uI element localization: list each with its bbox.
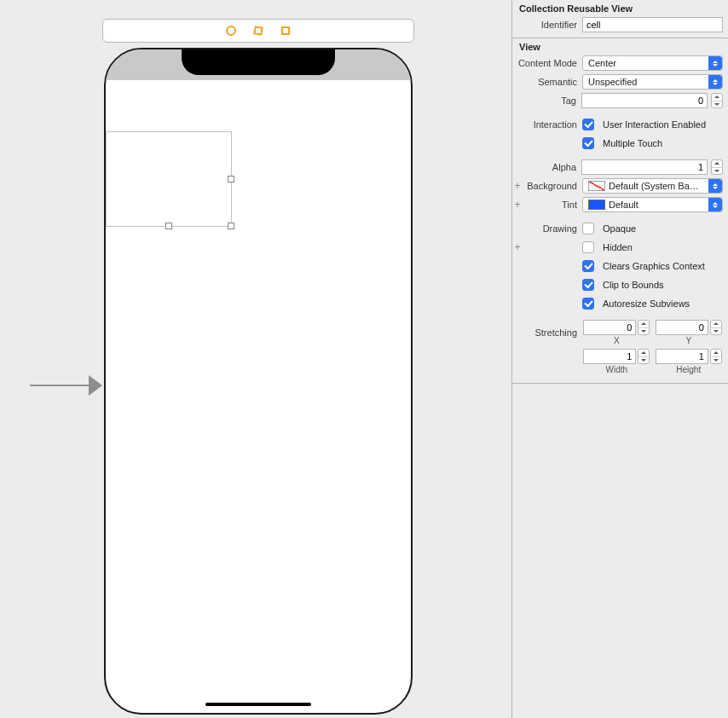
clip-to-bounds-checkbox[interactable] bbox=[582, 279, 594, 291]
svg-rect-2 bbox=[256, 28, 261, 33]
user-interaction-checkbox-label: User Interaction Enabled bbox=[603, 119, 706, 130]
stretching-x-field[interactable] bbox=[583, 320, 636, 335]
tag-stepper[interactable] bbox=[711, 93, 723, 108]
semantic-label: Semantic bbox=[512, 77, 582, 87]
resize-handle-corner[interactable] bbox=[228, 223, 234, 229]
stretching-width-label: Width bbox=[605, 365, 627, 374]
identifier-field[interactable] bbox=[582, 17, 723, 32]
stretching-y-stepper[interactable] bbox=[710, 320, 722, 335]
scene-toolbar[interactable] bbox=[102, 19, 414, 43]
add-background-button[interactable]: + bbox=[511, 180, 523, 192]
identifier-label: Identifier bbox=[512, 20, 582, 30]
chevron-up-down-icon bbox=[708, 75, 722, 89]
svg-point-0 bbox=[227, 26, 235, 35]
clip-to-bounds-checkbox-label: Clip to Bounds bbox=[603, 280, 664, 290]
resize-handle-bottom[interactable] bbox=[165, 223, 172, 229]
chevron-up-down-icon bbox=[708, 56, 722, 70]
hidden-checkbox-label: Hidden bbox=[603, 242, 633, 252]
content-mode-value: Center bbox=[588, 58, 616, 68]
user-interaction-checkbox[interactable] bbox=[582, 119, 594, 130]
hidden-checkbox[interactable] bbox=[582, 241, 594, 253]
no-color-swatch-icon bbox=[588, 181, 605, 191]
stretching-width-stepper[interactable] bbox=[638, 349, 650, 364]
canvas-area[interactable] bbox=[0, 0, 511, 718]
autoresize-checkbox-label: Autoresize Subviews bbox=[603, 298, 690, 309]
stretching-width-field[interactable] bbox=[583, 349, 636, 364]
stretching-height-field[interactable] bbox=[656, 349, 708, 364]
stretching-x-label: X bbox=[614, 336, 620, 345]
chevron-up-down-icon bbox=[708, 198, 722, 211]
clears-context-checkbox[interactable] bbox=[582, 260, 594, 272]
background-value: Default (System Ba… bbox=[609, 181, 699, 191]
first-responder-icon bbox=[252, 25, 264, 37]
clears-context-checkbox-label: Clears Graphics Context bbox=[603, 261, 705, 271]
multiple-touch-checkbox[interactable] bbox=[582, 137, 594, 149]
view-controller-icon bbox=[225, 25, 237, 37]
opaque-checkbox[interactable] bbox=[582, 223, 594, 235]
device-frame[interactable] bbox=[104, 48, 413, 715]
color-swatch-icon bbox=[588, 200, 605, 210]
tag-field[interactable] bbox=[581, 93, 708, 108]
interaction-label: Interaction bbox=[512, 119, 582, 130]
semantic-popup[interactable]: Unspecified bbox=[582, 74, 723, 90]
tint-value: Default bbox=[609, 200, 638, 210]
stretching-label: Stretching bbox=[512, 327, 582, 338]
autoresize-checkbox[interactable] bbox=[582, 298, 594, 310]
device-notch bbox=[182, 49, 335, 75]
attributes-inspector: Collection Reusable View Identifier View… bbox=[511, 0, 728, 718]
background-popup[interactable]: Default (System Ba… bbox=[582, 178, 723, 194]
tint-popup[interactable]: Default bbox=[582, 197, 723, 212]
alpha-field[interactable] bbox=[581, 159, 708, 175]
add-tint-button[interactable]: + bbox=[511, 199, 523, 211]
tag-label: Tag bbox=[512, 96, 581, 106]
stretching-height-stepper[interactable] bbox=[710, 349, 722, 364]
home-indicator bbox=[205, 703, 311, 706]
svg-rect-4 bbox=[283, 28, 288, 33]
drawing-label: Drawing bbox=[512, 223, 582, 234]
multiple-touch-checkbox-label: Multiple Touch bbox=[603, 138, 662, 148]
stretching-x-stepper[interactable] bbox=[638, 320, 650, 335]
alpha-label: Alpha bbox=[512, 162, 581, 172]
exit-icon bbox=[280, 25, 292, 37]
collection-view-cell[interactable] bbox=[106, 131, 232, 227]
initial-view-controller-arrow bbox=[30, 373, 102, 398]
content-mode-popup[interactable]: Center bbox=[582, 55, 723, 71]
semantic-value: Unspecified bbox=[588, 77, 637, 87]
stretching-y-label: Y bbox=[685, 336, 691, 345]
stretching-y-field[interactable] bbox=[656, 320, 708, 335]
opaque-checkbox-label: Opaque bbox=[603, 223, 636, 234]
chevron-up-down-icon bbox=[708, 179, 722, 193]
add-drawing-button[interactable]: + bbox=[511, 241, 523, 253]
resize-handle-right[interactable] bbox=[228, 176, 234, 182]
alpha-stepper[interactable] bbox=[711, 159, 723, 175]
stretching-height-label: Height bbox=[676, 365, 701, 374]
content-mode-label: Content Mode bbox=[512, 58, 582, 68]
section-header-reusable-view: Collection Reusable View bbox=[512, 0, 728, 15]
section-header-view: View bbox=[512, 38, 728, 54]
